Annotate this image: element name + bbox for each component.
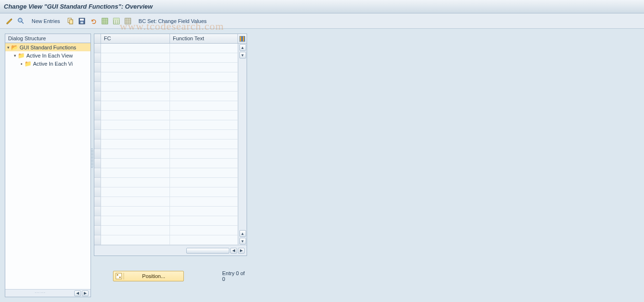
cell-fc[interactable]	[101, 53, 170, 62]
splitter-handle[interactable]	[90, 149, 93, 168]
scroll-up-icon[interactable]: ▲	[239, 230, 246, 237]
row-selector[interactable]	[94, 111, 101, 120]
cell-fc[interactable]	[101, 101, 170, 110]
row-selector[interactable]	[94, 216, 101, 226]
row-selector[interactable]	[94, 53, 101, 63]
grid-vertical-scrollbar[interactable]: ▲ ▼ ▲ ▼	[238, 44, 247, 245]
table-row[interactable]	[101, 235, 238, 245]
cell-fc[interactable]	[101, 216, 170, 225]
bc-set-button[interactable]: BC Set: Change Field Values	[135, 18, 210, 24]
cell-fc[interactable]	[101, 44, 170, 53]
position-button[interactable]: Position...	[113, 271, 184, 281]
tree-collapse-icon[interactable]: ▾	[12, 53, 18, 58]
select-all-icon[interactable]	[100, 16, 110, 26]
copy-icon[interactable]	[66, 16, 75, 26]
deselect-all-icon[interactable]	[112, 16, 121, 26]
cell-ftext[interactable]	[170, 226, 238, 235]
row-selector[interactable]	[94, 139, 101, 149]
table-row[interactable]	[101, 130, 238, 139]
table-row[interactable]	[101, 197, 238, 207]
cell-fc[interactable]	[101, 149, 170, 158]
table-row[interactable]	[101, 120, 238, 130]
cell-ftext[interactable]	[170, 149, 238, 158]
cell-fc[interactable]	[101, 139, 170, 149]
cell-fc[interactable]	[101, 111, 170, 120]
cell-fc[interactable]	[101, 82, 170, 91]
table-row[interactable]	[101, 168, 238, 178]
cell-ftext[interactable]	[170, 130, 238, 139]
tree-hscroll[interactable]: ⋯⋯ ◀ ▶	[5, 289, 90, 297]
cell-ftext[interactable]	[170, 82, 238, 91]
column-header-fc[interactable]: FC	[101, 34, 170, 43]
row-selector[interactable]	[94, 63, 101, 72]
cell-fc[interactable]	[101, 159, 170, 168]
row-selector[interactable]	[94, 72, 101, 82]
cell-ftext[interactable]	[170, 101, 238, 110]
cell-ftext[interactable]	[170, 63, 238, 72]
row-selector[interactable]	[94, 101, 101, 111]
cell-ftext[interactable]	[170, 72, 238, 81]
scroll-thumb[interactable]	[186, 248, 229, 254]
cell-fc[interactable]	[101, 235, 170, 244]
row-selector[interactable]	[94, 197, 101, 207]
grid-horizontal-scrollbar[interactable]: ◀ ▶	[94, 245, 247, 256]
table-row[interactable]	[101, 101, 238, 111]
table-settings-icon[interactable]	[238, 34, 247, 43]
cell-ftext[interactable]	[170, 53, 238, 62]
table-row[interactable]	[101, 92, 238, 101]
cell-ftext[interactable]	[170, 92, 238, 101]
cell-ftext[interactable]	[170, 187, 238, 197]
new-entries-button[interactable]: New Entries	[28, 18, 64, 24]
row-selector[interactable]	[94, 178, 101, 187]
scroll-right-icon[interactable]: ▶	[82, 290, 89, 296]
row-selector[interactable]	[94, 168, 101, 178]
cell-ftext[interactable]	[170, 159, 238, 168]
cell-ftext[interactable]	[170, 216, 238, 225]
row-selector[interactable]	[94, 235, 101, 245]
cell-fc[interactable]	[101, 226, 170, 235]
table-row[interactable]	[101, 216, 238, 226]
scroll-down-icon[interactable]: ▼	[239, 52, 246, 58]
cell-ftext[interactable]	[170, 111, 238, 120]
undo-icon[interactable]	[89, 16, 98, 26]
cell-fc[interactable]	[101, 178, 170, 187]
cell-fc[interactable]	[101, 92, 170, 101]
cell-ftext[interactable]	[170, 120, 238, 129]
configure-icon[interactable]	[123, 16, 133, 26]
row-selector[interactable]	[94, 187, 101, 197]
cell-ftext[interactable]	[170, 168, 238, 177]
table-row[interactable]	[101, 44, 238, 53]
row-selector[interactable]	[94, 82, 101, 92]
save-icon[interactable]	[77, 16, 87, 26]
row-selector[interactable]	[94, 226, 101, 235]
cell-fc[interactable]	[101, 168, 170, 177]
cell-fc[interactable]	[101, 207, 170, 216]
cell-fc[interactable]	[101, 187, 170, 197]
table-row[interactable]	[101, 207, 238, 216]
row-selector[interactable]	[94, 207, 101, 216]
tree-collapse-icon[interactable]: ▾	[5, 45, 11, 50]
tree-node-active-view-child[interactable]: • 📁 Active In Each Vi	[5, 59, 90, 68]
row-selector[interactable]	[94, 130, 101, 139]
cell-ftext[interactable]	[170, 207, 238, 216]
cell-ftext[interactable]	[170, 197, 238, 206]
column-header-function-text[interactable]: Function Text	[170, 34, 238, 43]
row-selector[interactable]	[94, 149, 101, 159]
row-selector[interactable]	[94, 120, 101, 130]
table-row[interactable]	[101, 149, 238, 159]
table-row[interactable]	[101, 226, 238, 235]
scroll-right-icon[interactable]: ▶	[238, 248, 245, 254]
cell-fc[interactable]	[101, 197, 170, 206]
scroll-down-icon[interactable]: ▼	[239, 238, 246, 244]
table-row[interactable]	[101, 178, 238, 187]
row-selector-header[interactable]	[94, 34, 101, 43]
cell-ftext[interactable]	[170, 139, 238, 149]
row-selector[interactable]	[94, 159, 101, 168]
find-icon[interactable]	[16, 16, 26, 26]
cell-fc[interactable]	[101, 120, 170, 129]
scroll-left-icon[interactable]: ◀	[74, 290, 81, 296]
cell-ftext[interactable]	[170, 44, 238, 53]
cell-fc[interactable]	[101, 72, 170, 81]
table-row[interactable]	[101, 63, 238, 72]
cell-ftext[interactable]	[170, 235, 238, 244]
